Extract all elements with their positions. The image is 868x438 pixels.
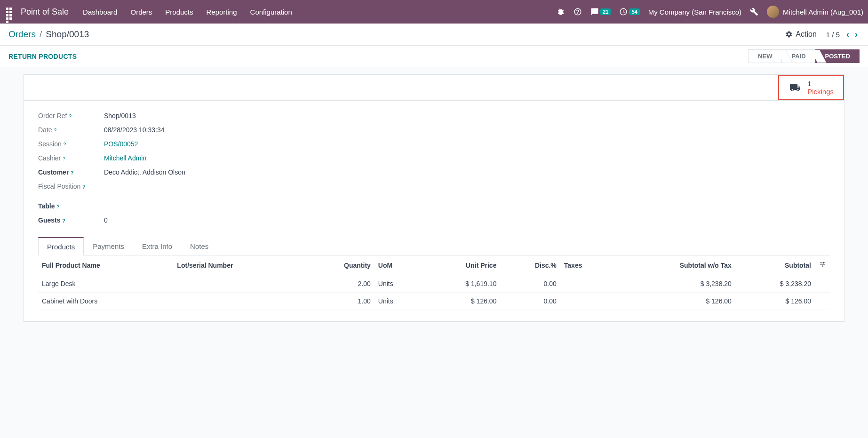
col-disc[interactable]: Disc.% — [500, 255, 560, 275]
cell-lot — [173, 293, 304, 310]
field-order-ref: Order Ref? Shop/0013 — [38, 112, 377, 119]
stat-button-row: 1 Pickings — [24, 75, 844, 101]
field-fiscal-position: Fiscal Position? — [38, 183, 377, 190]
cell-taxes — [560, 293, 613, 310]
pickings-label: Pickings — [807, 88, 834, 96]
tab-payments[interactable]: Payments — [84, 237, 133, 255]
table-row[interactable]: Cabinet with Doors1.00Units$ 126.000.00$… — [38, 293, 830, 310]
field-group: Order Ref? Shop/0013 Date? 08/28/2023 10… — [38, 112, 377, 224]
help-icon[interactable]: ? — [82, 184, 85, 190]
pickings-count: 1 — [807, 80, 834, 88]
breadcrumb-bar: Orders / Shop/0013 Action 1 / 5 ‹ › — [0, 24, 868, 46]
help-icon[interactable]: ? — [57, 204, 60, 209]
app-title[interactable]: Point of Sale — [21, 7, 69, 17]
col-subtotal[interactable]: Subtotal — [735, 255, 815, 275]
sliders-icon — [819, 261, 826, 268]
date-value: 08/28/2023 10:33:34 — [104, 126, 164, 134]
truck-icon — [788, 82, 802, 93]
apps-menu-icon[interactable] — [5, 6, 16, 17]
guests-value: 0 — [104, 216, 108, 224]
col-unit-price[interactable]: Unit Price — [421, 255, 500, 275]
nav-products[interactable]: Products — [165, 8, 193, 16]
field-session: Session? POS/00052 — [38, 140, 377, 148]
user-menu[interactable]: Mitchell Admin (Aug_001) — [767, 6, 863, 18]
pager: 1 / 5 ‹ › — [826, 30, 860, 40]
cell-subtotal: $ 126.00 — [735, 293, 815, 310]
help-icon[interactable]: ? — [62, 218, 65, 223]
form-sheet: 1 Pickings Order Ref? Shop/0013 Date? 08… — [24, 74, 844, 322]
col-product[interactable]: Full Product Name — [38, 255, 173, 275]
order-ref-value: Shop/0013 — [104, 112, 136, 119]
table-header-row: Full Product Name Lot/serial Number Quan… — [38, 255, 830, 275]
user-name: Mitchell Admin (Aug_001) — [783, 8, 863, 16]
cell-subtotal: $ 3,238.20 — [735, 275, 815, 293]
nav-dashboard[interactable]: Dashboard — [83, 8, 117, 16]
status-new[interactable]: NEW — [748, 49, 781, 63]
header-right: 21 54 My Company (San Francisco) Mitchel… — [557, 6, 863, 18]
pager-prev[interactable]: ‹ — [844, 30, 851, 40]
col-taxes[interactable]: Taxes — [560, 255, 613, 275]
cell-disc: 0.00 — [500, 275, 560, 293]
nav-menu: Dashboard Orders Products Reporting Conf… — [83, 8, 292, 16]
help-icon[interactable]: ? — [54, 128, 57, 133]
col-subtotal-wo-tax[interactable]: Subtotal w/o Tax — [613, 255, 735, 275]
cashier-link[interactable]: Mitchell Admin — [104, 154, 146, 162]
activities-icon[interactable]: 54 — [619, 8, 639, 16]
column-config-button[interactable] — [815, 255, 830, 275]
bug-icon[interactable] — [557, 8, 565, 16]
help-icon[interactable]: ? — [64, 142, 66, 147]
cell-uom: Units — [374, 275, 421, 293]
action-dropdown[interactable]: Action — [785, 30, 816, 39]
return-products-button[interactable]: RETURN PRODUCTS — [8, 53, 77, 60]
action-bar: RETURN PRODUCTS NEW PAID POSTED — [0, 46, 868, 67]
pickings-stat-button[interactable]: 1 Pickings — [778, 75, 844, 100]
cell-subtotal-wo-tax: $ 126.00 — [613, 293, 735, 310]
help-icon[interactable]: ? — [71, 170, 73, 175]
breadcrumb-right: Action 1 / 5 ‹ › — [785, 30, 860, 40]
col-lot[interactable]: Lot/serial Number — [173, 255, 304, 275]
messages-badge: 21 — [600, 8, 611, 15]
cell-uom: Units — [374, 293, 421, 310]
cell-config — [815, 275, 830, 293]
breadcrumb-parent[interactable]: Orders — [8, 29, 36, 40]
notebook-tabs: Products Payments Extra Info Notes — [38, 237, 830, 255]
nav-orders[interactable]: Orders — [130, 8, 152, 16]
cell-qty: 1.00 — [304, 293, 374, 310]
breadcrumb-sep: / — [40, 29, 42, 40]
cell-qty: 2.00 — [304, 275, 374, 293]
nav-reporting[interactable]: Reporting — [207, 8, 237, 16]
tools-icon[interactable] — [750, 8, 758, 16]
cell-unit-price: $ 126.00 — [421, 293, 500, 310]
cell-config — [815, 293, 830, 310]
cell-disc: 0.00 — [500, 293, 560, 310]
pager-text[interactable]: 1 / 5 — [826, 31, 840, 39]
company-selector[interactable]: My Company (San Francisco) — [648, 8, 741, 16]
cell-unit-price: $ 1,619.10 — [421, 275, 500, 293]
cell-product: Large Desk — [38, 275, 173, 293]
help-icon[interactable]: ? — [63, 156, 65, 161]
main-header: Point of Sale Dashboard Orders Products … — [0, 0, 868, 24]
col-qty[interactable]: Quantity — [304, 255, 374, 275]
user-avatar — [767, 6, 779, 18]
table-row[interactable]: Large Desk2.00Units$ 1,619.100.00$ 3,238… — [38, 275, 830, 293]
field-guests: Guests? 0 — [38, 216, 377, 224]
pager-next[interactable]: › — [853, 30, 860, 40]
form-body: Order Ref? Shop/0013 Date? 08/28/2023 10… — [24, 101, 844, 321]
nav-configuration[interactable]: Configuration — [250, 8, 292, 16]
gear-icon — [785, 31, 793, 38]
tab-products[interactable]: Products — [38, 237, 84, 255]
content-wrap: 1 Pickings Order Ref? Shop/0013 Date? 08… — [0, 67, 868, 438]
tab-notes[interactable]: Notes — [181, 237, 217, 255]
support-icon[interactable] — [573, 8, 582, 16]
field-table: Table? — [38, 202, 377, 210]
help-icon[interactable]: ? — [69, 114, 72, 119]
status-bar: NEW PAID POSTED — [748, 49, 860, 63]
action-label: Action — [796, 30, 816, 39]
breadcrumb: Orders / Shop/0013 — [8, 29, 89, 40]
breadcrumb-current: Shop/0013 — [46, 29, 89, 40]
tab-extra-info[interactable]: Extra Info — [133, 237, 181, 255]
messages-icon[interactable]: 21 — [590, 8, 611, 16]
session-link[interactable]: POS/00052 — [104, 140, 138, 148]
activities-badge: 54 — [629, 8, 639, 15]
col-uom[interactable]: UoM — [374, 255, 421, 275]
